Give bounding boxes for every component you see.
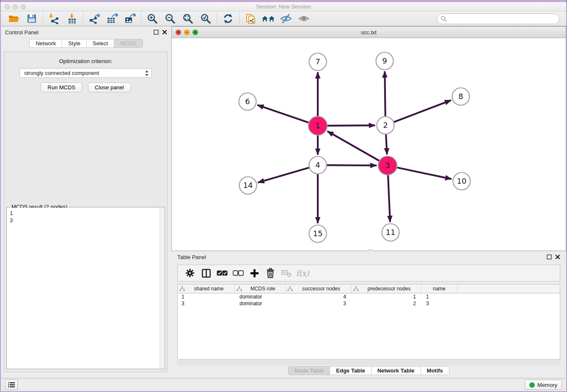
cell-successor-nodes[interactable]: 4 xyxy=(286,294,352,300)
edge-1-6[interactable] xyxy=(257,105,308,123)
zoom-fit-icon xyxy=(182,13,193,24)
export-image-button[interactable] xyxy=(121,12,139,25)
result-scrollbar[interactable] xyxy=(160,208,164,368)
tab-motifs[interactable]: Motifs xyxy=(421,367,449,375)
function-builder-button[interactable]: f(x) xyxy=(295,266,311,280)
mcds-result-text[interactable]: 1 3 xyxy=(7,208,160,368)
fx-icon: f(x) xyxy=(296,269,309,278)
close-panel-icon[interactable] xyxy=(555,254,560,259)
edge-3-11[interactable] xyxy=(388,175,390,222)
zoom-fit-button[interactable] xyxy=(179,12,197,25)
column-header-shared-name[interactable]: shared name xyxy=(178,284,235,293)
run-mcds-button[interactable]: Run MCDS xyxy=(41,83,82,92)
network-view-title: scc.txt xyxy=(172,29,566,36)
node-table: shared name MCDS role successor nodes pr… xyxy=(177,284,560,359)
first-neighbors-button[interactable] xyxy=(259,12,277,25)
network-minimize-button[interactable] xyxy=(184,30,190,35)
edge-3-10[interactable] xyxy=(397,168,452,179)
control-panel-header: Control Panel xyxy=(1,26,171,38)
network-view-window: scc.txt 1234678910111415 xyxy=(171,26,566,251)
network-canvas[interactable]: 1234678910111415 xyxy=(172,38,566,251)
select-all-button[interactable] xyxy=(214,266,230,280)
show-panels-button[interactable] xyxy=(5,380,18,390)
table-tabs: Node Table Edge Table Network Table Moti… xyxy=(171,366,566,375)
network-view-titlebar[interactable]: scc.txt xyxy=(172,27,566,38)
export-table-button[interactable] xyxy=(103,12,121,25)
node-label-15: 15 xyxy=(313,229,323,238)
edge-4-14[interactable] xyxy=(258,168,309,182)
open-folder-icon xyxy=(8,13,20,24)
cell-name[interactable]: 3 xyxy=(421,301,457,306)
table-settings-button[interactable] xyxy=(182,266,198,280)
delete-column-button[interactable] xyxy=(262,266,278,280)
save-session-button[interactable] xyxy=(23,12,41,25)
delete-table-button[interactable] xyxy=(278,266,295,280)
tab-mcds[interactable]: MCDS xyxy=(114,39,142,47)
column-header-successor-nodes[interactable]: successor nodes xyxy=(286,284,352,293)
cell-mcds-role[interactable]: dominator xyxy=(235,301,286,306)
tab-network-table[interactable]: Network Table xyxy=(372,367,421,375)
network-close-button[interactable] xyxy=(176,30,181,35)
tab-network[interactable]: Network xyxy=(30,39,62,47)
deselect-all-button[interactable] xyxy=(230,266,246,280)
edge-2-8[interactable] xyxy=(394,100,451,122)
close-panel-button[interactable]: Close panel xyxy=(88,83,131,92)
cell-predecessor-nodes[interactable]: 1 xyxy=(352,294,421,300)
hide-selected-button[interactable] xyxy=(277,12,295,25)
tab-edge-table[interactable]: Edge Table xyxy=(330,367,371,375)
criterion-dropdown[interactable]: strongly connected component xyxy=(19,68,152,78)
mcds-panel-body: Optimization criterion: strongly connect… xyxy=(4,52,168,372)
cell-predecessor-nodes[interactable]: 2 xyxy=(352,301,421,306)
search-input[interactable] xyxy=(449,16,556,22)
column-header-mcds-role[interactable]: MCDS role xyxy=(235,284,286,293)
column-header-predecessor-nodes[interactable]: predecessor nodes xyxy=(352,284,421,293)
cell-name[interactable]: 1 xyxy=(421,294,457,300)
edge-1-2[interactable] xyxy=(328,125,375,126)
memory-button[interactable]: Memory xyxy=(525,380,562,390)
table-toolbar: f(x) xyxy=(177,265,560,282)
cell-shared-name[interactable]: 1 xyxy=(178,294,235,300)
table-footer-band xyxy=(177,360,560,365)
tab-style[interactable]: Style xyxy=(62,39,87,47)
import-table-button[interactable] xyxy=(63,12,81,25)
import-network-button[interactable] xyxy=(45,12,63,25)
float-panel-icon[interactable] xyxy=(154,30,159,35)
tab-select[interactable]: Select xyxy=(87,39,114,47)
column-header-name[interactable]: name xyxy=(421,284,457,293)
edge-2-3[interactable] xyxy=(386,135,387,155)
refresh-view-button[interactable] xyxy=(219,12,237,25)
float-panel-icon[interactable] xyxy=(547,254,552,259)
close-panel-icon[interactable] xyxy=(162,30,167,35)
show-all-button[interactable] xyxy=(295,12,313,25)
edge-3-1[interactable] xyxy=(328,131,379,161)
cell-successor-nodes[interactable]: 3 xyxy=(286,301,352,306)
cell-shared-name[interactable]: 3 xyxy=(178,301,235,306)
control-panel-title: Control Panel xyxy=(5,29,39,36)
delete-table-icon xyxy=(281,269,292,277)
search-box xyxy=(437,14,559,24)
network-maximize-button[interactable] xyxy=(193,30,198,35)
table-row[interactable]: 3 dominator 3 2 3 xyxy=(178,300,560,307)
zoom-in-button[interactable] xyxy=(143,12,161,25)
add-column-button[interactable] xyxy=(246,266,262,280)
toolbar-separator xyxy=(141,12,141,25)
split-pane-button[interactable] xyxy=(198,266,214,280)
duplicate-network-button[interactable] xyxy=(242,12,259,25)
column-type-icon xyxy=(353,286,359,291)
open-file-button[interactable] xyxy=(5,12,23,25)
gear-icon xyxy=(185,268,195,278)
zoom-selected-button[interactable] xyxy=(197,12,215,25)
edge-2-9[interactable] xyxy=(385,72,385,116)
duplicate-network-icon xyxy=(245,13,256,25)
node-label-9: 9 xyxy=(382,56,387,65)
eye-icon xyxy=(298,14,310,23)
zoom-out-button[interactable] xyxy=(161,12,179,25)
table-row[interactable]: 1 dominator 4 1 1 xyxy=(178,293,560,300)
export-network-button[interactable] xyxy=(85,12,103,25)
control-panel-tabs: Network Style Select MCDS xyxy=(1,39,171,48)
table-panel-title: Table Panel xyxy=(177,254,206,260)
tab-node-table[interactable]: Node Table xyxy=(289,367,330,375)
cell-mcds-role[interactable]: dominator xyxy=(235,294,286,300)
column-type-icon xyxy=(179,286,185,291)
edge-4-3[interactable] xyxy=(327,165,377,166)
